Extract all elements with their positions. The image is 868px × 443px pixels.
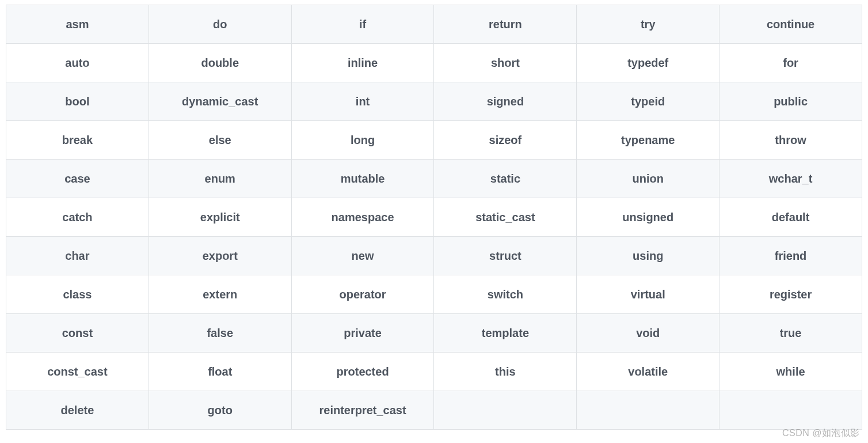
table-row: bool dynamic_cast int signed typeid publ… [6, 82, 862, 121]
table-cell: public [719, 82, 862, 121]
table-row: catch explicit namespace static_cast uns… [6, 198, 862, 237]
table-row: const_cast float protected this volatile… [6, 353, 862, 391]
table-cell: private [291, 314, 434, 353]
table-cell: new [291, 237, 434, 275]
header-cell: asm [6, 5, 149, 44]
table-cell: sizeof [434, 121, 577, 160]
table-cell: goto [149, 391, 291, 430]
table-cell: reinterpret_cast [291, 391, 434, 430]
table-cell: true [719, 314, 862, 353]
table-cell: mutable [291, 160, 434, 198]
header-cell: try [577, 5, 719, 44]
table-cell: wchar_t [719, 160, 862, 198]
table-cell: friend [719, 237, 862, 275]
header-cell: if [291, 5, 434, 44]
table-cell: operator [291, 275, 434, 314]
header-cell: do [149, 5, 291, 44]
table-cell: char [6, 237, 149, 275]
table-cell: throw [719, 121, 862, 160]
table-cell: extern [149, 275, 291, 314]
table-row: case enum mutable static union wchar_t [6, 160, 862, 198]
table-cell: unsigned [577, 198, 719, 237]
header-cell: return [434, 5, 577, 44]
table-row: auto double inline short typedef for [6, 44, 862, 82]
table-cell [577, 391, 719, 430]
table-cell: long [291, 121, 434, 160]
table-row: class extern operator switch virtual reg… [6, 275, 862, 314]
table-row: delete goto reinterpret_cast [6, 391, 862, 430]
table-cell: short [434, 44, 577, 82]
table-cell: bool [6, 82, 149, 121]
table-cell: volatile [577, 353, 719, 391]
table-cell: typename [577, 121, 719, 160]
table-cell [719, 391, 862, 430]
table-cell: auto [6, 44, 149, 82]
table-cell: void [577, 314, 719, 353]
table-cell: namespace [291, 198, 434, 237]
keywords-table: asm do if return try continue auto doubl… [6, 5, 862, 430]
table-cell: template [434, 314, 577, 353]
table-cell: signed [434, 82, 577, 121]
table-cell: default [719, 198, 862, 237]
table-cell: while [719, 353, 862, 391]
table-cell: register [719, 275, 862, 314]
table-cell: protected [291, 353, 434, 391]
table-cell: struct [434, 237, 577, 275]
table-cell: const [6, 314, 149, 353]
table-cell: case [6, 160, 149, 198]
table-cell: static [434, 160, 577, 198]
table-cell: int [291, 82, 434, 121]
table-cell: this [434, 353, 577, 391]
table-row: break else long sizeof typename throw [6, 121, 862, 160]
table-row: char export new struct using friend [6, 237, 862, 275]
table-cell: explicit [149, 198, 291, 237]
table-cell: static_cast [434, 198, 577, 237]
table-cell: float [149, 353, 291, 391]
page-container: asm do if return try continue auto doubl… [0, 0, 868, 434]
table-header-row: asm do if return try continue [6, 5, 862, 44]
table-cell: else [149, 121, 291, 160]
table-cell [434, 391, 577, 430]
header-cell: continue [719, 5, 862, 44]
table-cell: dynamic_cast [149, 82, 291, 121]
table-cell: catch [6, 198, 149, 237]
table-cell: inline [291, 44, 434, 82]
table-cell: union [577, 160, 719, 198]
table-row: const false private template void true [6, 314, 862, 353]
table-cell: enum [149, 160, 291, 198]
table-cell: virtual [577, 275, 719, 314]
table-cell: const_cast [6, 353, 149, 391]
table-cell: false [149, 314, 291, 353]
table-cell: double [149, 44, 291, 82]
table-cell: typedef [577, 44, 719, 82]
table-cell: class [6, 275, 149, 314]
table-cell: typeid [577, 82, 719, 121]
table-cell: export [149, 237, 291, 275]
table-cell: break [6, 121, 149, 160]
table-cell: for [719, 44, 862, 82]
table-cell: using [577, 237, 719, 275]
table-cell: delete [6, 391, 149, 430]
table-cell: switch [434, 275, 577, 314]
